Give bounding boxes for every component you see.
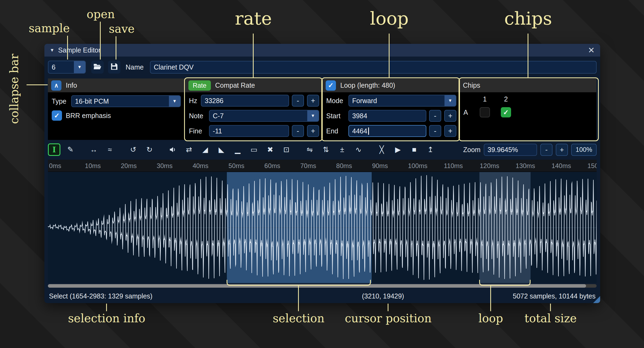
brr-emphasis-checkbox[interactable]: ✓ — [52, 110, 62, 121]
annotation-collapse-bar: collapse bar — [8, 48, 21, 124]
ruler-label: 130ms — [516, 162, 535, 170]
ruler-label: 50ms — [228, 162, 244, 170]
waveform-canvas[interactable] — [48, 172, 597, 283]
annotation-total-size: total size — [525, 312, 577, 325]
tool-group: ↺↻ — [127, 143, 156, 156]
annotation-line — [298, 286, 299, 311]
waveform-view — [48, 172, 597, 283]
amplify-icon[interactable] — [166, 143, 179, 156]
normalize-icon[interactable]: ⇄ — [183, 143, 195, 156]
annotation-cursor-position: cursor position — [345, 312, 432, 325]
type-dropdown[interactable]: 16-bit PCM ▼ — [71, 95, 181, 107]
annotation-line — [550, 304, 551, 311]
annotation-save: save — [109, 22, 135, 35]
folder-open-icon — [93, 63, 102, 72]
ruler-label: 40ms — [192, 162, 208, 170]
annotation-line — [27, 84, 48, 85]
resample-icon[interactable]: ≈ — [104, 143, 116, 156]
annotation-line — [253, 34, 254, 77]
apply-silence-icon[interactable]: ▭ — [248, 143, 260, 156]
annotation-line — [116, 36, 116, 60]
annotation-selection: selection — [273, 312, 325, 325]
annotation-sample: sample — [29, 22, 70, 35]
zoom-in-button[interactable]: + — [556, 144, 568, 156]
status-bar: Select (1654-2983: 1329 samples) (3210, … — [48, 289, 597, 303]
resize-icon[interactable]: ↔ — [87, 143, 100, 156]
window-collapse-icon[interactable]: ▼ — [50, 48, 54, 53]
tool-group: ⇋⇅±∿ — [303, 143, 365, 156]
tool-group: I✎ — [48, 143, 77, 156]
delete-icon[interactable]: ✖ — [264, 143, 276, 156]
ruler-label: 150ms — [587, 162, 597, 170]
ruler-label: 20ms — [121, 162, 137, 170]
brr-emphasis-label: BRR emphasis — [66, 110, 111, 121]
ruler-label: 120ms — [480, 162, 499, 170]
stop-icon[interactable]: ■ — [408, 143, 420, 156]
ruler-label: 110ms — [444, 162, 463, 170]
draw-tool-icon[interactable]: ✎ — [64, 143, 77, 156]
tool-group: ⇄◢◣▁▭✖⊡ — [166, 143, 293, 156]
ruler-label: 80ms — [336, 162, 352, 170]
annotation-line — [490, 286, 491, 311]
window-title: Sample Editor — [58, 46, 101, 54]
fade-in-icon[interactable]: ◢ — [199, 143, 211, 156]
floppy-disk-icon — [110, 63, 118, 71]
highlight-box-rate — [184, 77, 323, 141]
open-button[interactable] — [91, 61, 104, 74]
filter-icon[interactable]: ∿ — [352, 143, 365, 156]
title-bar: ▼ Sample Editor ✕ — [44, 44, 600, 57]
toolbar: I✎↔≈↺↻⇄◢◣▁▭✖⊡⇋⇅±∿╳▶■↥ Zoom 39.9645% - + … — [48, 143, 597, 156]
highlight-box-loop — [321, 77, 460, 141]
info-panel-title: Info — [66, 81, 77, 89]
loop-bracket — [479, 280, 531, 286]
redo-icon[interactable]: ↻ — [143, 143, 156, 156]
crossfade-icon[interactable]: ╳ — [375, 143, 388, 156]
save-button[interactable] — [108, 61, 120, 74]
ruler-label: 90ms — [372, 162, 388, 170]
annotation-loop: loop — [370, 8, 409, 29]
annotation-rate: rate — [235, 8, 272, 29]
info-panel: ∧ Info Type 16-bit PCM ▼ ✓ BRR emphasis — [48, 78, 185, 140]
zoom-label: Zoom — [463, 144, 480, 156]
annotation-selection-info: selection info — [68, 312, 145, 325]
highlight-box-chips — [459, 77, 599, 141]
fade-out-icon[interactable]: ◣ — [215, 143, 228, 156]
close-icon[interactable]: ✕ — [588, 45, 595, 55]
zoom-input[interactable]: 39.9645% — [484, 144, 537, 156]
annotation-chips: chips — [504, 8, 552, 29]
sample-number-dropdown[interactable]: 6 ▼ — [48, 61, 86, 74]
import-icon[interactable]: ↥ — [424, 143, 437, 156]
selection-info-text: Select (1654-2983: 1329 samples) — [49, 292, 152, 300]
zoom-out-button[interactable]: - — [540, 144, 553, 156]
name-label: Name — [126, 61, 144, 74]
ruler-label: 100ms — [408, 162, 427, 170]
zoom-reset-button[interactable]: 100% — [571, 144, 597, 156]
ruler-label: 10ms — [85, 162, 101, 170]
invert-icon[interactable]: ⇅ — [320, 143, 332, 156]
annotation-line — [100, 22, 101, 60]
ruler-label: 30ms — [157, 162, 173, 170]
collapse-bar-icon[interactable]: ∧ — [51, 80, 61, 91]
ruler-label: 70ms — [300, 162, 316, 170]
annotation-line — [528, 34, 528, 77]
select-tool-icon[interactable]: I — [48, 143, 60, 156]
annotation-loop-bottom: loop — [479, 312, 503, 325]
zoom-cluster: Zoom 39.9645% - + 100% — [463, 144, 597, 156]
reverse-icon[interactable]: ⇋ — [303, 143, 316, 156]
sign-icon[interactable]: ± — [336, 143, 348, 156]
undo-icon[interactable]: ↺ — [127, 143, 139, 156]
timeline-ruler: 0ms10ms20ms30ms40ms50ms60ms70ms80ms90ms1… — [48, 160, 597, 172]
preview-icon[interactable]: ▶ — [392, 143, 404, 156]
info-panel-header: ∧ Info — [48, 78, 185, 93]
annotation-line — [389, 34, 390, 77]
selection-bracket — [227, 280, 371, 286]
sample-name-input[interactable]: Clarinet DQV — [150, 61, 597, 74]
insert-silence-icon[interactable]: ▁ — [231, 143, 244, 156]
annotation-line — [388, 304, 388, 311]
trim-icon[interactable]: ⊡ — [280, 143, 293, 156]
type-value: 16-bit PCM — [72, 96, 169, 107]
annotation-open: open — [87, 8, 115, 21]
resize-grip[interactable] — [593, 296, 600, 303]
ruler-label: 140ms — [551, 162, 571, 170]
chevron-down-icon: ▼ — [74, 61, 85, 73]
